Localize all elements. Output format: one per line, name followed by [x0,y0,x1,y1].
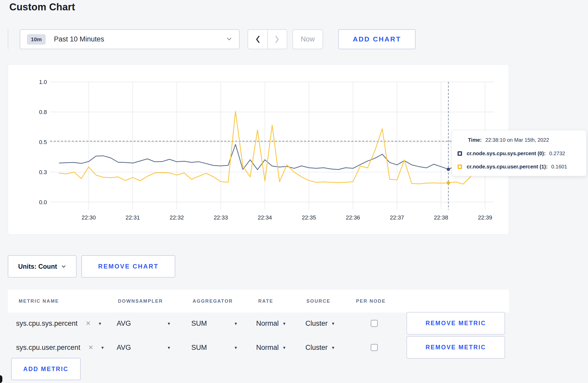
hover-dot-1 [447,181,450,185]
chart-card: 0.00.30.50.81.022:3022:3122:3222:3322:34… [8,64,509,235]
x-tick-label: 22:31 [125,214,140,221]
rate-value: Normal [256,343,279,351]
x-tick-label: 22:37 [390,214,404,221]
tooltip-sys-value: 0.2732 [549,151,565,157]
aggregator-select[interactable]: SUM [191,319,207,327]
tooltip-user-label: cr.node.sys.cpu.user.percent (1): [467,164,548,170]
custom-chart-page: Custom Chart 10m Past 10 Minutes Now ADD… [0,0,588,383]
per-node-checkbox[interactable] [371,320,378,327]
metric-dropdown-caret-icon[interactable]: ▼ [98,321,102,325]
tooltip-time-value: 22:38:10 on Mar 15th, 2022 [485,137,549,143]
tooltip-time-row: Time: 22:38:10 on Mar 15th, 2022 [468,137,580,143]
x-tick-label: 22:30 [81,214,96,221]
x-tick-label: 22:32 [170,214,184,221]
x-tick-label: 22:39 [478,214,492,221]
remove-chart-button[interactable]: REMOVE CHART [81,255,175,278]
col-header-source: SOURCE [306,299,331,304]
rate-value: Normal [256,319,279,327]
y-tick-label: 0.5 [39,139,47,145]
hover-dot-0 [447,168,450,171]
remove-metric-button[interactable]: REMOVE METRIC [407,336,505,359]
source-value: Cluster [305,319,328,327]
screen-edge-artifact [0,375,2,383]
source-select[interactable]: Cluster ▼ [305,343,335,351]
col-header-metric-name: METRIC NAME [19,299,59,304]
tooltip-series-row: cr.node.sys.cpu.sys.percent (0): 0.2732 [458,151,580,157]
units-dropdown[interactable]: Units: Count [8,255,76,278]
tooltip-series-row: cr.node.sys.cpu.user.percent (1): 0.1601 [458,164,580,170]
y-tick-label: 0.0 [39,199,47,205]
units-label: Units: Count [18,263,57,270]
time-range-selector[interactable]: 10m Past 10 Minutes [20,29,240,49]
col-header-downsampler: DOWNSAMPLER [118,299,163,304]
next-time-button[interactable] [267,30,287,49]
chevron-down-icon [61,264,66,269]
rate-select[interactable]: Normal ▼ [256,343,286,351]
x-tick-label: 22:38 [434,214,448,221]
y-tick-label: 1.0 [39,79,47,85]
add-chart-button[interactable]: ADD CHART [338,29,416,49]
col-header-aggregator: AGGREGATOR [193,299,233,304]
page-title: Custom Chart [9,2,75,13]
tooltip-user-value: 0.1601 [551,164,567,170]
col-header-rate: RATE [258,299,273,304]
user-series-swatch-icon [458,165,462,169]
table-row: sys.cpu.user.percent ✕ ▼ AVG ▼ SUM ▼ Nor… [8,336,509,359]
sys-series-swatch-icon [458,151,462,156]
time-nav-arrows [248,29,287,49]
downsampler-select[interactable]: AVG [117,319,131,327]
time-range-badge: 10m [27,34,46,45]
metrics-table-header: METRIC NAME DOWNSAMPLER AGGREGATOR RATE … [8,290,509,313]
metric-dropdown-caret-icon[interactable]: ▼ [101,345,104,350]
tooltip-sys-label: cr.node.sys.cpu.sys.percent (0): [467,151,546,157]
aggregator-caret-icon[interactable]: ▼ [234,321,238,325]
chevron-down-icon [226,36,232,43]
tooltip-time-label: Time: [468,137,482,143]
x-tick-label: 22:33 [214,214,228,221]
add-metric-button[interactable]: ADD METRIC [11,358,81,380]
source-value: Cluster [305,343,328,351]
chart-hover-tooltip: Time: 22:38:10 on Mar 15th, 2022 cr.node… [452,130,586,176]
col-header-per-node: PER NODE [356,299,386,304]
downsampler-select[interactable]: AVG [117,343,131,351]
now-button[interactable]: Now [292,29,323,49]
rate-select[interactable]: Normal ▼ [256,319,286,327]
y-tick-label: 0.8 [39,109,47,115]
aggregator-caret-icon[interactable]: ▼ [234,345,238,350]
aggregator-select[interactable]: SUM [191,343,207,351]
clear-metric-icon[interactable]: ✕ [86,320,91,327]
time-range-label: Past 10 Minutes [54,35,104,43]
rate-caret-icon: ▼ [282,321,286,325]
metric-name-value[interactable]: sys.cpu.user.percent [16,343,80,351]
rate-caret-icon: ▼ [282,345,286,350]
downsampler-caret-icon[interactable]: ▼ [167,321,171,325]
source-caret-icon: ▼ [331,345,335,350]
source-caret-icon: ▼ [331,321,335,325]
y-tick-label: 0.3 [39,169,47,175]
source-select[interactable]: Cluster ▼ [305,319,335,327]
x-tick-label: 22:34 [258,214,272,221]
x-tick-label: 22:35 [302,214,316,221]
series-line-1 [59,111,493,184]
table-row: sys.cpu.sys.percent ✕ ▼ AVG ▼ SUM ▼ Norm… [8,312,509,335]
metric-name-value[interactable]: sys.cpu.sys.percent [16,319,78,327]
prev-time-button[interactable] [248,30,267,49]
clear-metric-icon[interactable]: ✕ [88,344,93,351]
toolbar-divider [8,30,8,49]
remove-metric-button[interactable]: REMOVE METRIC [407,312,505,335]
series-line-0 [59,144,493,169]
downsampler-caret-icon[interactable]: ▼ [167,345,171,350]
timeseries-chart[interactable]: 0.00.30.50.81.022:3022:3122:3222:3322:34… [8,65,509,235]
x-tick-label: 22:36 [346,214,360,221]
per-node-checkbox[interactable] [371,344,378,351]
